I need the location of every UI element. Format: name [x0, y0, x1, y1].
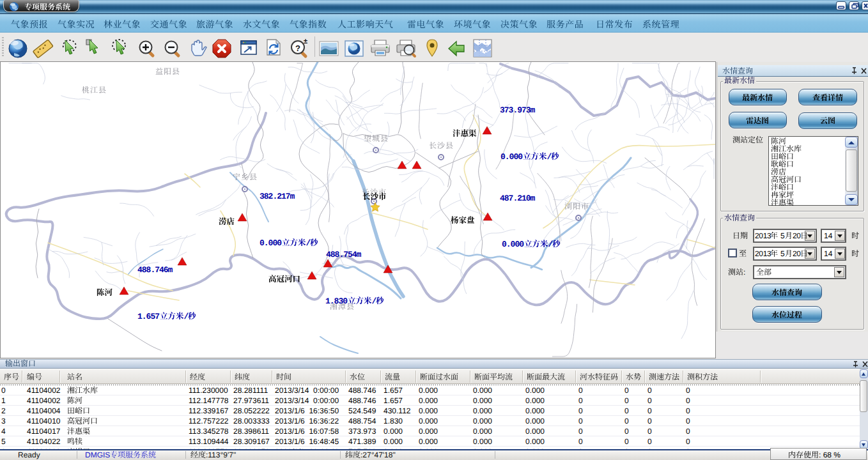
svg-text:±: ±	[304, 37, 307, 45]
svg-text:?: ?	[295, 43, 300, 53]
